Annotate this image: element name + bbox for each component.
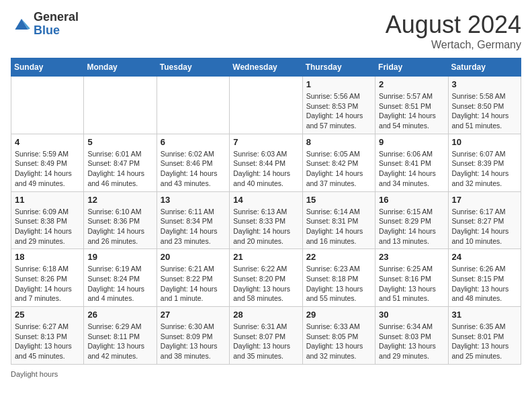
day-number: 25 xyxy=(15,310,80,320)
day-info: Sunrise: 6:18 AM Sunset: 8:26 PM Dayligh… xyxy=(15,264,80,304)
day-info: Sunrise: 6:05 AM Sunset: 8:42 PM Dayligh… xyxy=(306,149,371,189)
day-info: Sunrise: 6:11 AM Sunset: 8:34 PM Dayligh… xyxy=(161,207,226,246)
cell-w1-d1 xyxy=(11,77,84,134)
day-info: Sunrise: 5:59 AM Sunset: 8:49 PM Dayligh… xyxy=(15,149,80,189)
day-info: Sunrise: 6:14 AM Sunset: 8:31 PM Dayligh… xyxy=(306,207,371,246)
day-number: 15 xyxy=(306,195,371,205)
col-friday: Friday xyxy=(375,58,448,77)
day-number: 9 xyxy=(379,137,444,147)
day-info: Sunrise: 6:31 AM Sunset: 8:07 PM Dayligh… xyxy=(233,322,298,361)
cell-w3-d2: 12Sunrise: 6:10 AM Sunset: 8:36 PM Dayli… xyxy=(84,191,157,249)
col-tuesday: Tuesday xyxy=(157,58,229,77)
day-number: 24 xyxy=(452,252,517,262)
day-number: 20 xyxy=(161,252,226,262)
cell-w3-d4: 14Sunrise: 6:13 AM Sunset: 8:33 PM Dayli… xyxy=(230,191,302,249)
day-number: 27 xyxy=(161,310,226,320)
day-info: Sunrise: 6:25 AM Sunset: 8:16 PM Dayligh… xyxy=(379,264,444,304)
cell-w5-d1: 25Sunrise: 6:27 AM Sunset: 8:13 PM Dayli… xyxy=(11,307,84,365)
cell-w5-d2: 26Sunrise: 6:29 AM Sunset: 8:11 PM Dayli… xyxy=(84,307,157,365)
logo-blue: Blue xyxy=(34,24,79,38)
calendar-table: Sunday Monday Tuesday Wednesday Thursday… xyxy=(11,58,521,365)
col-wednesday: Wednesday xyxy=(230,58,302,77)
day-info: Sunrise: 6:02 AM Sunset: 8:46 PM Dayligh… xyxy=(161,149,226,189)
day-number: 7 xyxy=(233,137,298,147)
col-saturday: Saturday xyxy=(448,58,521,77)
week-row-5: 25Sunrise: 6:27 AM Sunset: 8:13 PM Dayli… xyxy=(11,307,521,365)
footer-label: Daylight hours xyxy=(11,370,58,378)
cell-w2-d5: 8Sunrise: 6:05 AM Sunset: 8:42 PM Daylig… xyxy=(302,134,375,191)
day-info: Sunrise: 6:30 AM Sunset: 8:09 PM Dayligh… xyxy=(161,322,226,361)
day-info: Sunrise: 5:56 AM Sunset: 8:53 PM Dayligh… xyxy=(306,91,371,131)
title-block: August 2024 Wertach, Germany xyxy=(386,11,521,51)
day-info: Sunrise: 6:27 AM Sunset: 8:13 PM Dayligh… xyxy=(15,322,80,361)
cell-w2-d1: 4Sunrise: 5:59 AM Sunset: 8:49 PM Daylig… xyxy=(11,134,84,191)
logo-icon xyxy=(11,13,32,35)
day-number: 21 xyxy=(233,252,298,262)
day-number: 2 xyxy=(379,79,444,89)
day-info: Sunrise: 6:03 AM Sunset: 8:44 PM Dayligh… xyxy=(233,149,298,189)
day-number: 22 xyxy=(306,252,371,262)
day-info: Sunrise: 6:09 AM Sunset: 8:38 PM Dayligh… xyxy=(15,207,80,246)
header-row: Sunday Monday Tuesday Wednesday Thursday… xyxy=(11,58,521,77)
week-row-1: 1Sunrise: 5:56 AM Sunset: 8:53 PM Daylig… xyxy=(11,77,521,134)
day-number: 8 xyxy=(306,137,371,147)
day-info: Sunrise: 6:21 AM Sunset: 8:22 PM Dayligh… xyxy=(161,264,226,304)
footer: Daylight hours xyxy=(11,370,521,378)
cell-w5-d4: 28Sunrise: 6:31 AM Sunset: 8:07 PM Dayli… xyxy=(230,307,302,365)
cell-w3-d5: 15Sunrise: 6:14 AM Sunset: 8:31 PM Dayli… xyxy=(302,191,375,249)
cell-w1-d5: 1Sunrise: 5:56 AM Sunset: 8:53 PM Daylig… xyxy=(302,77,375,134)
logo: General Blue xyxy=(11,11,79,38)
cell-w2-d2: 5Sunrise: 6:01 AM Sunset: 8:47 PM Daylig… xyxy=(84,134,157,191)
day-number: 4 xyxy=(15,137,80,147)
day-number: 16 xyxy=(379,195,444,205)
cell-w2-d3: 6Sunrise: 6:02 AM Sunset: 8:46 PM Daylig… xyxy=(157,134,229,191)
day-number: 17 xyxy=(452,195,517,205)
day-info: Sunrise: 6:19 AM Sunset: 8:24 PM Dayligh… xyxy=(87,264,152,304)
week-row-3: 11Sunrise: 6:09 AM Sunset: 8:38 PM Dayli… xyxy=(11,191,521,249)
cell-w4-d6: 23Sunrise: 6:25 AM Sunset: 8:16 PM Dayli… xyxy=(375,249,448,307)
cell-w5-d6: 30Sunrise: 6:34 AM Sunset: 8:03 PM Dayli… xyxy=(375,307,448,365)
cell-w1-d7: 3Sunrise: 5:58 AM Sunset: 8:50 PM Daylig… xyxy=(448,77,521,134)
day-number: 6 xyxy=(161,137,226,147)
day-number: 26 xyxy=(87,310,152,320)
cell-w2-d7: 10Sunrise: 6:07 AM Sunset: 8:39 PM Dayli… xyxy=(448,134,521,191)
day-info: Sunrise: 6:15 AM Sunset: 8:29 PM Dayligh… xyxy=(379,207,444,246)
day-info: Sunrise: 5:58 AM Sunset: 8:50 PM Dayligh… xyxy=(452,91,517,131)
day-number: 18 xyxy=(15,252,80,262)
calendar-body: 1Sunrise: 5:56 AM Sunset: 8:53 PM Daylig… xyxy=(11,77,521,365)
month-title: August 2024 xyxy=(386,11,521,39)
day-number: 28 xyxy=(233,310,298,320)
day-info: Sunrise: 6:23 AM Sunset: 8:18 PM Dayligh… xyxy=(306,264,371,304)
day-info: Sunrise: 6:29 AM Sunset: 8:11 PM Dayligh… xyxy=(87,322,152,361)
day-info: Sunrise: 5:57 AM Sunset: 8:51 PM Dayligh… xyxy=(379,91,444,131)
day-number: 29 xyxy=(306,310,371,320)
page-header: General Blue August 2024 Wertach, German… xyxy=(11,11,521,51)
cell-w3-d3: 13Sunrise: 6:11 AM Sunset: 8:34 PM Dayli… xyxy=(157,191,229,249)
day-number: 13 xyxy=(161,195,226,205)
day-info: Sunrise: 6:17 AM Sunset: 8:27 PM Dayligh… xyxy=(452,207,517,246)
cell-w1-d4 xyxy=(230,77,302,134)
day-info: Sunrise: 6:06 AM Sunset: 8:41 PM Dayligh… xyxy=(379,149,444,189)
day-info: Sunrise: 6:33 AM Sunset: 8:05 PM Dayligh… xyxy=(306,322,371,361)
cell-w4-d5: 22Sunrise: 6:23 AM Sunset: 8:18 PM Dayli… xyxy=(302,249,375,307)
day-number: 5 xyxy=(87,137,152,147)
col-monday: Monday xyxy=(84,58,157,77)
week-row-2: 4Sunrise: 5:59 AM Sunset: 8:49 PM Daylig… xyxy=(11,134,521,191)
week-row-4: 18Sunrise: 6:18 AM Sunset: 8:26 PM Dayli… xyxy=(11,249,521,307)
cell-w3-d1: 11Sunrise: 6:09 AM Sunset: 8:38 PM Dayli… xyxy=(11,191,84,249)
day-number: 11 xyxy=(15,195,80,205)
day-number: 3 xyxy=(452,79,517,89)
day-number: 23 xyxy=(379,252,444,262)
calendar-header: Sunday Monday Tuesday Wednesday Thursday… xyxy=(11,58,521,77)
cell-w4-d3: 20Sunrise: 6:21 AM Sunset: 8:22 PM Dayli… xyxy=(157,249,229,307)
day-info: Sunrise: 6:34 AM Sunset: 8:03 PM Dayligh… xyxy=(379,322,444,361)
day-info: Sunrise: 6:07 AM Sunset: 8:39 PM Dayligh… xyxy=(452,149,517,189)
cell-w1-d2 xyxy=(84,77,157,134)
day-info: Sunrise: 6:10 AM Sunset: 8:36 PM Dayligh… xyxy=(87,207,152,246)
logo-general: General xyxy=(34,11,79,24)
day-number: 30 xyxy=(379,310,444,320)
cell-w3-d7: 17Sunrise: 6:17 AM Sunset: 8:27 PM Dayli… xyxy=(448,191,521,249)
cell-w2-d6: 9Sunrise: 6:06 AM Sunset: 8:41 PM Daylig… xyxy=(375,134,448,191)
day-number: 10 xyxy=(452,137,517,147)
cell-w3-d6: 16Sunrise: 6:15 AM Sunset: 8:29 PM Dayli… xyxy=(375,191,448,249)
